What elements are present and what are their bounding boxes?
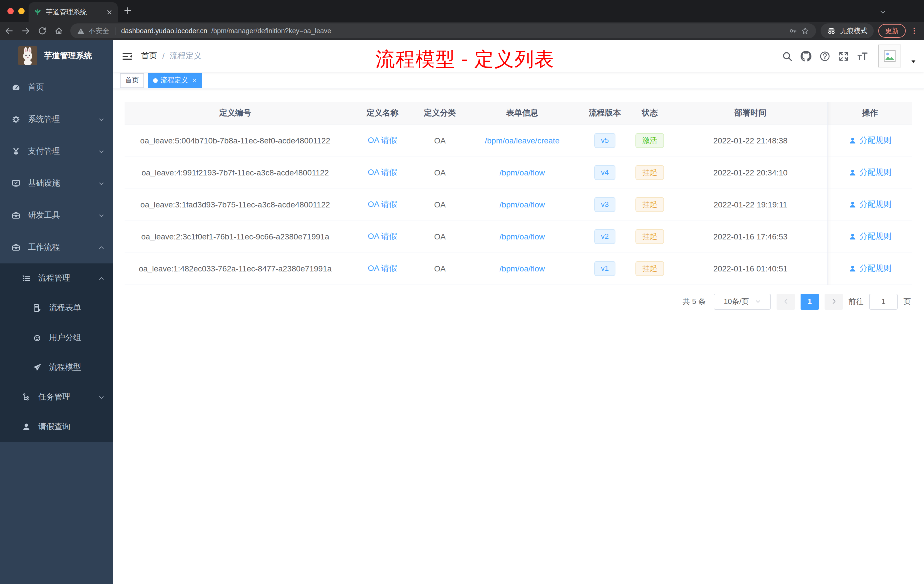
sidebar-item-home[interactable]: 首页 [0,71,113,104]
definition-name-link[interactable]: OA 请假 [368,264,397,272]
warning-icon [77,27,84,35]
definition-name-link[interactable]: OA 请假 [368,167,397,177]
pagination-total: 共 5 条 [683,296,706,307]
fullscreen-icon[interactable] [838,51,849,61]
definition-name-link[interactable]: OA 请假 [368,231,397,241]
close-icon[interactable] [106,9,112,15]
star-icon[interactable] [801,27,809,35]
toolbox-icon [12,211,21,220]
sprout-icon [34,8,42,16]
sidebar-item-leave-query[interactable]: 请假查询 [0,412,113,442]
github-icon[interactable] [800,51,812,61]
sidebar-item-task-management[interactable]: 任务管理 [0,382,113,412]
next-page-button[interactable] [825,294,843,309]
incognito-label: 无痕模式 [840,26,868,36]
close-icon[interactable] [192,78,197,83]
dashboard-gauge-icon [12,83,21,92]
sidebar-item-label: 首页 [28,82,44,92]
question-icon[interactable] [819,51,830,61]
jumper-suffix: 页 [903,296,911,307]
chevron-down-icon[interactable] [879,8,886,15]
breadcrumb-home[interactable]: 首页 [141,51,157,61]
assign-rule-label: 分配规则 [860,167,891,177]
assign-rule-link[interactable]: 分配规则 [848,263,891,274]
sidebar-logo[interactable]: 芋道管理系统 [0,40,113,71]
chevron-left-icon [782,298,789,305]
sidebar-item-payment-management[interactable]: 支付管理 [0,135,113,167]
sidebar-item-infrastructure[interactable]: 基础设施 [0,167,113,200]
tab-首页[interactable]: 首页 [120,73,144,88]
key-icon[interactable] [789,27,797,35]
sidebar-item-label: 工作流程 [28,242,60,252]
cell-definition-id: oa_leave:1:482ec033-762a-11ec-8477-a2380… [125,252,346,285]
form-info-link[interactable]: /bpm/oa/flow [500,264,545,273]
address-bar[interactable]: 不安全 dashboard.yudao.iocoder.cn/bpm/manag… [70,23,816,38]
logo-avatar [18,46,37,65]
cell-deploy-time: 2022-01-22 19:19:11 [673,188,828,221]
assign-rule-link[interactable]: 分配规则 [848,167,891,177]
url-path: /bpm/manager/definition?key=oa_leave [211,27,332,35]
app-window: 芋道管理系统 首页系统管理支付管理基础设施研发工具工作流程流程管理流程表单用户分… [0,40,924,584]
definition-name-link[interactable]: OA 请假 [368,135,397,145]
cell-deploy-time: 2022-01-16 01:40:51 [673,252,828,285]
caret-down-icon[interactable] [910,58,917,64]
search-icon[interactable] [782,51,792,61]
table-row: oa_leave:4:991f2193-7b7f-11ec-a3c8-acde4… [125,157,912,188]
back-icon[interactable] [5,26,14,35]
sidebar-item-process-form[interactable]: 流程表单 [0,293,113,323]
sidebar-item-process-model[interactable]: 流程模型 [0,353,113,382]
assign-rule-label: 分配规则 [860,199,891,210]
cell-definition-id: oa_leave:5:004b710b-7b8a-11ec-8ef0-acde4… [125,125,346,157]
assign-rule-link[interactable]: 分配规则 [848,135,891,145]
home-icon[interactable] [54,26,63,35]
sidebar-item-process-management[interactable]: 流程管理 [0,264,113,293]
tab-label: 流程定义 [160,76,188,85]
prev-page-button[interactable] [777,294,795,309]
sidebar-item-user-group[interactable]: 用户分组 [0,323,113,353]
version-badge: v2 [594,229,615,244]
breadcrumb-separator: / [162,51,165,61]
hamburger-icon[interactable] [122,51,132,61]
reload-icon[interactable] [38,26,47,35]
form-info-link[interactable]: /bpm/oa/flow [500,232,545,241]
browser-tab[interactable]: 芋道管理系统 [28,2,118,22]
assign-rule-link[interactable]: 分配规则 [848,231,891,241]
user-icon [22,422,31,431]
avatar[interactable] [878,45,901,68]
form-info-link[interactable]: /bpm/oa/flow [500,200,545,209]
fontsize-icon[interactable] [857,51,868,61]
update-button[interactable]: 更新 [878,24,906,38]
user-icon [848,264,856,272]
tab-流程定义[interactable]: 流程定义 [148,73,202,88]
sidebar-item-label: 基础设施 [28,178,60,188]
column-header: 状态 [626,102,673,125]
assign-rule-link[interactable]: 分配规则 [848,199,891,210]
table-row: oa_leave:2:3c1f0ef1-76b1-11ec-9c66-a2380… [125,221,912,252]
definition-table: 定义编号定义名称定义分类表单信息流程版本状态部署时间操作 oa_leave:5:… [125,102,912,285]
sidebar-item-system-management[interactable]: 系统管理 [0,104,113,135]
window-minimize-button[interactable] [18,8,25,14]
chevron-up-icon [98,275,105,281]
forward-icon[interactable] [21,26,30,35]
paper-plane-icon [33,363,42,372]
gear-icon [12,115,21,124]
sidebar-item-label: 请假查询 [38,422,70,432]
sidebar-item-label: 流程管理 [38,273,70,284]
window-close-button[interactable] [7,8,14,14]
definition-name-link[interactable]: OA 请假 [368,200,397,209]
sidebar-item-dev-tools[interactable]: 研发工具 [0,200,113,231]
sidebar-item-workflow[interactable]: 工作流程 [0,231,113,264]
form-info-link[interactable]: /bpm/oa/leave/create [485,136,560,145]
user-icon [848,232,856,240]
kebab-menu-icon[interactable] [910,27,918,35]
tab-title: 芋道管理系统 [46,7,102,17]
current-page-button[interactable]: 1 [800,294,819,309]
assign-rule-label: 分配规则 [860,263,891,274]
security-label: 不安全 [89,26,109,36]
column-header: 流程版本 [584,102,626,125]
page-size-select[interactable]: 10条/页 [714,294,771,309]
form-info-link[interactable]: /bpm/oa/flow [500,168,545,177]
new-tab-button[interactable] [124,6,132,15]
page-jumper-input[interactable] [869,294,898,309]
chevron-down-icon [98,394,105,400]
